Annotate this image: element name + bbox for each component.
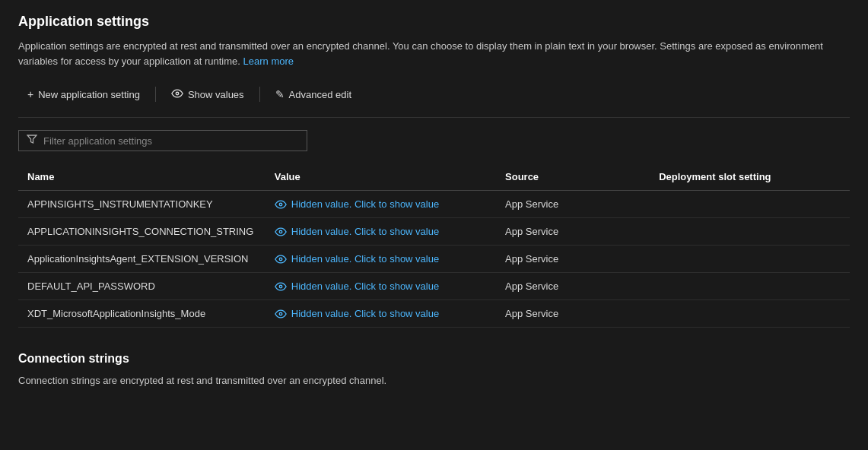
cell-name: APPINSIGHTS_INSTRUMENTATIONKEY <box>18 191 265 218</box>
table-row: DEFAULT_API_PASSWORD Hidden value. Click… <box>18 273 850 300</box>
advanced-edit-button[interactable]: ✎ Advanced edit <box>266 84 361 105</box>
table-row: APPINSIGHTS_INSTRUMENTATIONKEY Hidden va… <box>18 191 850 218</box>
cell-source: App Service <box>496 246 650 273</box>
connection-strings-title: Connection strings <box>18 352 850 366</box>
filter-input-wrapper <box>18 130 307 151</box>
svg-point-3 <box>279 258 282 261</box>
cell-deployment-slot <box>650 246 850 273</box>
svg-point-1 <box>279 203 282 206</box>
cell-value: Hidden value. Click to show value <box>265 273 496 300</box>
toolbar-separator-2 <box>259 87 260 102</box>
page-container: Application settings Application setting… <box>0 0 868 407</box>
cell-source: App Service <box>496 273 650 300</box>
cell-name: ApplicationInsightsAgent_EXTENSION_VERSI… <box>18 246 265 273</box>
eye-icon <box>171 88 183 100</box>
table-row: XDT_MicrosoftApplicationInsights_Mode Hi… <box>18 300 850 328</box>
learn-more-link[interactable]: Learn more <box>243 55 294 67</box>
cell-value: Hidden value. Click to show value <box>265 300 496 328</box>
table-header-row: Name Value Source Deployment slot settin… <box>18 163 850 191</box>
table-row: APPLICATIONINSIGHTS_CONNECTION_STRING Hi… <box>18 218 850 246</box>
toolbar: + New application setting Show values ✎ … <box>18 84 850 118</box>
col-header-value: Value <box>265 163 496 191</box>
cell-value: Hidden value. Click to show value <box>265 246 496 273</box>
cell-name: APPLICATIONINSIGHTS_CONNECTION_STRING <box>18 218 265 246</box>
cell-deployment-slot <box>650 300 850 328</box>
page-description: Application settings are encrypted at re… <box>18 39 850 68</box>
settings-table: Name Value Source Deployment slot settin… <box>18 163 850 328</box>
connection-strings-description: Connection strings are encrypted at rest… <box>18 373 850 388</box>
eye-icon <box>275 200 287 209</box>
eye-icon <box>275 282 287 291</box>
toolbar-separator-1 <box>155 87 156 102</box>
cell-value: Hidden value. Click to show value <box>265 191 496 218</box>
filter-input[interactable] <box>43 135 299 147</box>
page-title: Application settings <box>18 14 850 30</box>
cell-deployment-slot <box>650 191 850 218</box>
cell-name: XDT_MicrosoftApplicationInsights_Mode <box>18 300 265 328</box>
cell-name: DEFAULT_API_PASSWORD <box>18 273 265 300</box>
pencil-icon: ✎ <box>275 88 285 100</box>
eye-icon <box>275 309 287 318</box>
svg-point-0 <box>176 92 179 95</box>
cell-source: App Service <box>496 300 650 328</box>
connection-strings-section: Connection strings Connection strings ar… <box>18 352 850 388</box>
table-row: ApplicationInsightsAgent_EXTENSION_VERSI… <box>18 246 850 273</box>
cell-value: Hidden value. Click to show value <box>265 218 496 246</box>
col-header-source: Source <box>496 163 650 191</box>
hidden-value-link[interactable]: Hidden value. Click to show value <box>275 308 487 319</box>
hidden-value-link[interactable]: Hidden value. Click to show value <box>275 280 487 292</box>
cell-deployment-slot <box>650 218 850 246</box>
col-header-deployment-slot: Deployment slot setting <box>650 163 850 191</box>
cell-deployment-slot <box>650 273 850 300</box>
filter-icon <box>27 135 37 147</box>
svg-point-4 <box>279 285 282 288</box>
new-application-setting-button[interactable]: + New application setting <box>18 84 149 105</box>
col-header-name: Name <box>18 163 265 191</box>
hidden-value-link[interactable]: Hidden value. Click to show value <box>275 198 487 210</box>
filter-container <box>18 130 850 151</box>
plus-icon: + <box>27 88 33 100</box>
svg-point-5 <box>279 312 282 315</box>
hidden-value-link[interactable]: Hidden value. Click to show value <box>275 253 487 265</box>
eye-icon <box>275 255 287 264</box>
cell-source: App Service <box>496 191 650 218</box>
eye-icon <box>275 227 287 236</box>
svg-point-2 <box>279 230 282 233</box>
show-values-button[interactable]: Show values <box>162 84 253 105</box>
hidden-value-link[interactable]: Hidden value. Click to show value <box>275 226 487 237</box>
cell-source: App Service <box>496 218 650 246</box>
